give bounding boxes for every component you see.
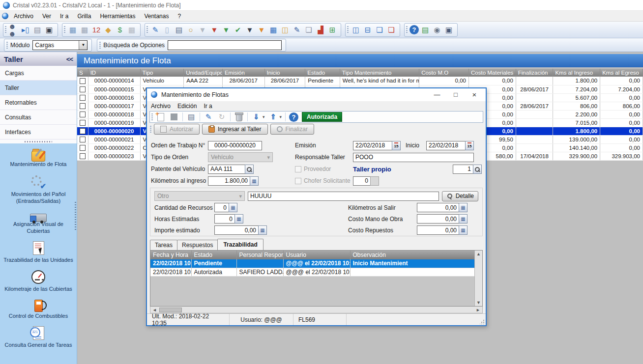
filter-save-icon[interactable]: ▼ <box>244 25 255 35</box>
money-icon[interactable]: $ <box>115 25 125 35</box>
ingresar-al-taller-button[interactable]: Ingresar al Taller <box>202 124 268 135</box>
bar-chart-icon[interactable]: ▟ <box>315 25 326 35</box>
pages-icon[interactable]: ▤ <box>32 25 43 35</box>
sidebar-tool-asignaci-n-visual-de-cubiertas[interactable]: Asignación Visual de Cubiertas <box>0 211 77 235</box>
calendar-12-icon[interactable]: 12 <box>91 25 102 35</box>
sidebar-resize-handle[interactable] <box>74 195 77 239</box>
detalle-button[interactable]: Detalle <box>442 191 478 201</box>
col-kms-al-egreso[interactable]: Kms al Egreso <box>600 69 643 77</box>
taller-propio-lookup-icon[interactable] <box>473 165 482 174</box>
module-select[interactable]: Cargas <box>32 40 88 50</box>
help-icon[interactable]: ? <box>289 112 298 122</box>
new-record-icon[interactable] <box>156 112 166 122</box>
dialog-menu-ir-a[interactable]: Ir a <box>204 102 217 111</box>
sidebar-tool-kilometraje-de-las-cubiertas[interactable]: Kilometraje de las Cubiertas <box>0 270 77 293</box>
sidebar-tool-control-de-combustibles[interactable]: Control de Combustibles <box>0 299 77 320</box>
row-checkbox[interactable] <box>80 145 86 151</box>
km-ingreso-input[interactable] <box>208 176 250 186</box>
close-icon[interactable]: × <box>467 90 482 99</box>
minimize-icon[interactable]: — <box>430 91 444 98</box>
menu-ir-a[interactable]: Ir a <box>56 12 73 21</box>
col-inicio[interactable]: Inicio <box>264 69 305 77</box>
importe-input[interactable] <box>214 225 259 235</box>
col-tipo-mantenimiento[interactable]: Tipo Mantenimiento <box>340 69 419 77</box>
previous-record-icon[interactable]: ⇑ <box>268 112 278 122</box>
detalle-text-input[interactable] <box>248 192 439 201</box>
tile-horizontal-icon[interactable]: ⊟ <box>362 25 373 35</box>
scroll-up-icon[interactable]: ▲ <box>476 252 481 256</box>
row-checkbox[interactable] <box>80 128 86 134</box>
log-icon[interactable]: ▤ <box>420 25 431 35</box>
col-unidad-equipo[interactable]: Unidad/Equipo <box>184 69 223 77</box>
menu-ver[interactable]: Ver <box>38 12 56 21</box>
cascade-windows-icon[interactable]: ❏ <box>374 25 385 35</box>
chart-edit-icon[interactable]: ✎ <box>292 25 302 35</box>
emision-input[interactable] <box>353 141 392 150</box>
costo-rep-input[interactable] <box>417 225 459 235</box>
filter-remove-icon[interactable]: ▼ <box>209 25 220 35</box>
tab-respuestos[interactable]: Respuestos <box>177 240 218 250</box>
sidebar-item-consultas[interactable]: Consultas <box>0 110 77 125</box>
sidebar-item-cargas[interactable]: Cargas <box>0 66 77 81</box>
costo-mo-calc-icon[interactable] <box>459 214 468 224</box>
grid-col-fecha-y-hora[interactable]: Fecha y Hora <box>150 251 191 259</box>
patente-lookup-icon[interactable] <box>245 165 254 174</box>
calendar-icon[interactable]: ▦ <box>79 25 90 35</box>
resize-grip[interactable] <box>480 319 485 324</box>
cantidad-input[interactable] <box>214 203 229 212</box>
sidebar-tool-consulta-general-de-tareas[interactable]: Consulta General de Tareas <box>0 326 77 349</box>
row-checkbox[interactable] <box>80 103 86 109</box>
row-checkbox[interactable] <box>80 137 86 142</box>
grid-icon[interactable]: ▦ <box>126 25 137 35</box>
inicio-calendar-icon[interactable] <box>465 141 474 150</box>
calculator-icon[interactable]: ▦ <box>67 25 78 35</box>
col-estado[interactable]: Estado <box>305 69 340 77</box>
cascade-icon[interactable]: ❏ <box>303 25 314 35</box>
menu-[interactable]: ? <box>173 12 185 21</box>
horas-calc-icon[interactable] <box>234 214 243 224</box>
export-icon[interactable]: ▸▯ <box>20 25 31 35</box>
next-record-caret-icon[interactable]: ▾ <box>263 114 265 119</box>
sidebar-tool-trazabilidad-de-las-unidades[interactable]: Trazabilidad de las Unidades <box>0 241 77 264</box>
grid-col-estado[interactable]: Estado <box>191 251 236 259</box>
scroll-down-icon[interactable]: ▼ <box>476 300 481 305</box>
users-icon[interactable]: ☻☻ <box>8 25 19 35</box>
orden-input[interactable] <box>208 141 262 150</box>
row-checkbox[interactable] <box>80 120 86 126</box>
col-s[interactable]: S <box>77 69 88 77</box>
search-icon[interactable]: ○ <box>185 25 196 35</box>
menu-archivo[interactable]: Archivo <box>9 12 38 21</box>
previous-record-caret-icon[interactable]: ▾ <box>280 114 282 119</box>
filter-icon[interactable]: ▼ <box>197 25 208 35</box>
sidebar-tool-mantenimiento-de-flota[interactable]: Mantenimiento de Flota <box>0 148 77 168</box>
filter-load-icon[interactable]: ▼ <box>256 25 267 35</box>
emision-calendar-icon[interactable] <box>392 141 401 150</box>
tab-trazabilidad[interactable]: Trazabilidad <box>217 239 263 250</box>
grid-col-personal-responsable[interactable]: Personal Responsable <box>236 251 283 259</box>
tile-vertical-icon[interactable]: ◫ <box>351 25 361 35</box>
finalizar-button[interactable]: Finalizar <box>270 124 314 135</box>
print-icon[interactable]: ▤ <box>186 112 196 122</box>
autorizar-button[interactable]: Autorizar <box>154 124 200 135</box>
menu-grilla[interactable]: Grilla <box>73 12 95 21</box>
dialog-titlebar[interactable]: Mantenimiento de Flotas — □ × <box>147 88 486 101</box>
table-copy-icon[interactable]: ◫ <box>280 25 291 35</box>
costo-mo-input[interactable] <box>417 214 459 224</box>
scroll-left-icon[interactable]: ◄ <box>152 308 157 312</box>
dialog-menu-archivo[interactable]: Archivo <box>151 102 175 111</box>
menu-herramientas[interactable]: Herramientas <box>95 12 140 21</box>
col-id[interactable]: ID <box>88 69 140 77</box>
grid-row[interactable]: 22/02/2018 10:35AutorizadaSAFIERO LADDJI… <box>150 268 474 276</box>
menu-ventanas[interactable]: Ventanas <box>140 12 173 21</box>
row-checkbox[interactable] <box>80 153 86 159</box>
responsable-input[interactable] <box>353 153 474 162</box>
row-checkbox[interactable] <box>80 86 86 92</box>
search-input[interactable] <box>168 40 282 50</box>
sidebar-item-retornables[interactable]: Retornables <box>0 95 77 110</box>
sidebar-splitter[interactable] <box>0 140 77 143</box>
inicio-input[interactable] <box>426 141 466 150</box>
tab-tareas[interactable]: Tareas <box>150 240 177 250</box>
taller-propio-input[interactable] <box>453 165 473 174</box>
dialog-menu-edici-n[interactable]: Edición <box>177 102 202 111</box>
col-finalizaci-n[interactable]: Finalización <box>516 69 553 77</box>
